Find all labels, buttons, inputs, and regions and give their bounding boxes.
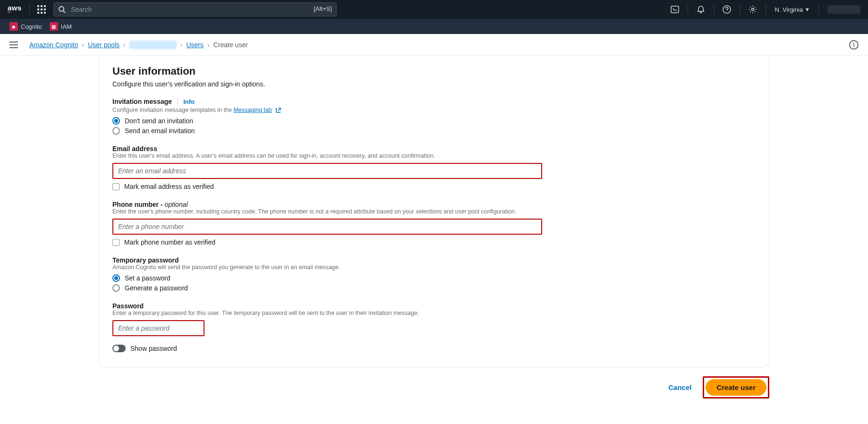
radio-icon <box>112 284 120 292</box>
invitation-label: Invitation message <box>112 98 172 105</box>
toggle-icon <box>112 345 126 352</box>
password-block: Password Enter a temporary password for … <box>112 302 756 352</box>
invitation-info-link[interactable]: Info <box>183 98 195 105</box>
create-user-button[interactable]: Create user <box>706 379 766 396</box>
create-user-highlight: Create user <box>703 376 769 399</box>
messaging-tab-link[interactable]: Messaging tab <box>233 107 272 113</box>
user-information-card: User information Configure this user's v… <box>99 56 769 368</box>
breadcrumb-pool-name[interactable] <box>129 41 177 49</box>
search-shortcut: [Alt+S] <box>314 5 332 12</box>
service-chip-cognito[interactable]: ◆ Cognito <box>8 21 44 32</box>
email-input[interactable] <box>112 163 542 179</box>
temp-password-block: Temporary password Amazon Cognito will s… <box>112 256 756 292</box>
invitation-message-block: Invitation message | Info Configure invi… <box>112 97 756 135</box>
temp-password-help: Amazon Cognito will send the password yo… <box>112 264 756 271</box>
divider <box>766 5 766 14</box>
chevron-right-icon: › <box>123 41 126 49</box>
invitation-help: Configure invitation message templates i… <box>112 107 756 113</box>
service-shortcuts-bar: ◆ Cognito ▦ IAM <box>0 19 868 34</box>
divider: | <box>177 97 179 106</box>
external-link-icon <box>275 108 281 113</box>
password-help: Enter a temporary password for this user… <box>112 310 756 316</box>
account-menu[interactable] <box>827 5 860 14</box>
email-block: Email address Enter this user's email ad… <box>112 145 756 190</box>
main-content: User information Configure this user's v… <box>0 56 868 408</box>
cognito-service-icon: ◆ <box>9 22 18 31</box>
cancel-button[interactable]: Cancel <box>663 380 697 395</box>
email-help: Enter this user's email address. A user'… <box>112 153 756 159</box>
service-chip-label: IAM <box>61 23 72 30</box>
section-description: Configure this user's verification and s… <box>112 80 756 88</box>
phone-help: Enter the user's phone number, including… <box>112 208 756 215</box>
phone-label: Phone number - optional <box>112 201 756 208</box>
notifications-icon[interactable] <box>697 5 705 14</box>
divider <box>818 5 819 14</box>
toggle-label: Show password <box>130 345 177 352</box>
breadcrumb-user-pools[interactable]: User pools <box>88 41 119 49</box>
email-label: Email address <box>112 145 756 153</box>
chevron-down-icon: ▼ <box>805 7 810 12</box>
breadcrumb-cognito[interactable]: Amazon Cognito <box>29 41 78 49</box>
divider <box>714 5 714 14</box>
radio-label: Send an email invitation <box>125 127 195 135</box>
form-actions: Cancel Create user <box>99 376 769 399</box>
phone-block: Phone number - optional Enter the user's… <box>112 201 756 246</box>
iam-service-icon: ▦ <box>50 22 58 31</box>
radio-label: Set a password <box>125 274 170 282</box>
radio-icon <box>112 117 120 125</box>
service-chip-label: Cognito <box>21 23 42 30</box>
svg-line-1 <box>63 11 65 13</box>
breadcrumb-current: Create user <box>213 41 248 49</box>
radio-label: Generate a password <box>125 284 188 292</box>
phone-input[interactable] <box>112 219 542 235</box>
radio-label: Don't send an invitation <box>125 117 193 125</box>
invitation-radio-dont-send[interactable]: Don't send an invitation <box>112 117 756 125</box>
breadcrumb-users[interactable]: Users <box>186 41 204 49</box>
svg-point-4 <box>752 8 754 11</box>
breadcrumb: Amazon Cognito › User pools › › Users › … <box>29 41 248 49</box>
chevron-right-icon: › <box>82 41 85 49</box>
services-grid-icon[interactable] <box>37 5 46 14</box>
chevron-right-icon: › <box>180 41 183 49</box>
radio-icon <box>112 274 120 282</box>
section-title: User information <box>112 65 756 77</box>
help-icon[interactable] <box>723 5 731 14</box>
breadcrumb-bar: Amazon Cognito › User pools › › Users › … <box>0 34 868 56</box>
cloudshell-icon[interactable] <box>671 5 679 14</box>
svg-point-3 <box>723 6 731 13</box>
temp-password-label: Temporary password <box>112 256 756 264</box>
checkbox-label: Mark phone number as verified <box>124 238 215 246</box>
checkbox-icon <box>112 183 119 190</box>
password-input[interactable] <box>112 320 204 336</box>
search-input[interactable] <box>53 2 337 17</box>
show-password-toggle[interactable]: Show password <box>112 345 756 352</box>
side-nav-toggle-icon[interactable] <box>9 42 18 48</box>
invitation-radio-send-email[interactable]: Send an email invitation <box>112 127 756 135</box>
phone-verified-checkbox[interactable]: Mark phone number as verified <box>112 238 756 246</box>
password-label: Password <box>112 302 756 310</box>
top-navigation: aws ⌣ [Alt+S] N. Virginia ▼ <box>0 0 868 19</box>
temp-pw-radio-generate[interactable]: Generate a password <box>112 284 756 292</box>
email-verified-checkbox[interactable]: Mark email address as verified <box>112 183 756 190</box>
divider <box>688 5 688 14</box>
checkbox-label: Mark email address as verified <box>124 183 214 190</box>
search-container: [Alt+S] <box>53 2 337 17</box>
radio-icon <box>112 127 120 135</box>
divider <box>740 5 740 14</box>
region-label: N. Virginia <box>774 6 803 13</box>
service-chip-iam[interactable]: ▦ IAM <box>48 21 74 32</box>
region-selector[interactable]: N. Virginia ▼ <box>774 6 810 13</box>
svg-point-0 <box>59 7 64 11</box>
info-panel-toggle-icon[interactable]: i <box>849 40 859 50</box>
divider <box>29 5 30 14</box>
settings-gear-icon[interactable] <box>749 5 757 14</box>
chevron-right-icon: › <box>207 41 210 49</box>
search-icon <box>58 6 66 13</box>
temp-pw-radio-set[interactable]: Set a password <box>112 274 756 282</box>
aws-logo[interactable]: aws ⌣ <box>8 5 22 14</box>
checkbox-icon <box>112 239 119 246</box>
